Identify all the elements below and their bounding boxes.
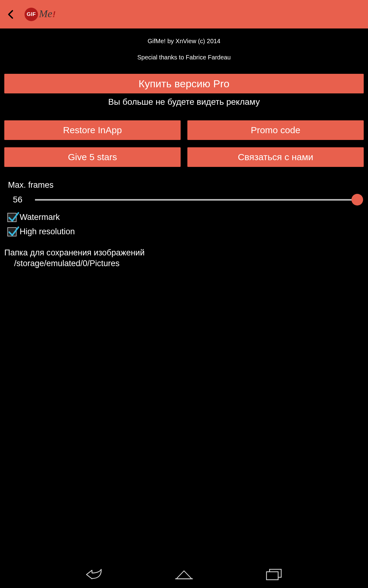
contact-us-label: Связаться с нами — [238, 152, 313, 162]
app-logo: GIF Me ! — [25, 8, 56, 21]
logo-bang-text: ! — [52, 9, 55, 19]
watermark-row[interactable]: Watermark — [7, 213, 364, 222]
logo-me-text: Me — [39, 8, 52, 20]
nav-home-icon — [174, 568, 194, 581]
slider-thumb[interactable] — [351, 194, 363, 205]
high-resolution-checkbox[interactable] — [7, 227, 17, 236]
watermark-checkbox[interactable] — [7, 213, 17, 222]
chevron-left-icon — [6, 9, 17, 20]
save-folder-path[interactable]: /storage/emulated/0/Pictures — [14, 259, 364, 268]
logo-gif-text: GIF — [27, 11, 36, 17]
nav-back-icon — [85, 568, 103, 581]
contact-us-button[interactable]: Связаться с нами — [187, 147, 364, 167]
back-button[interactable] — [6, 9, 17, 20]
restore-inapp-label: Restore InApp — [63, 125, 122, 135]
give-five-stars-label: Give 5 stars — [68, 152, 117, 162]
max-frames-value: 56 — [13, 195, 35, 205]
buy-pro-button[interactable]: Купить версию Pro — [4, 74, 364, 93]
logo-circle-icon: GIF — [25, 8, 38, 21]
nav-home-button[interactable] — [173, 567, 195, 582]
nav-recent-button[interactable] — [263, 567, 285, 582]
about-copyright-text: GifMe! by XnView (c) 2014 — [4, 38, 364, 45]
high-resolution-row[interactable]: High resolution — [7, 227, 364, 236]
watermark-label: Watermark — [20, 213, 60, 222]
max-frames-label: Max. frames — [8, 180, 364, 190]
give-five-stars-button[interactable]: Give 5 stars — [4, 147, 181, 167]
button-grid: Restore InApp Promo code Give 5 stars Св… — [4, 120, 364, 167]
promo-code-label: Promo code — [251, 125, 301, 135]
restore-inapp-button[interactable]: Restore InApp — [4, 120, 181, 140]
buy-pro-label: Купить версию Pro — [139, 78, 229, 90]
no-ads-text: Вы больше не будете видеть рекламу — [4, 97, 364, 107]
nav-recent-icon — [266, 568, 282, 581]
checkmark-icon — [7, 211, 20, 223]
navigation-bar — [0, 561, 368, 588]
app-header: GIF Me ! — [0, 0, 368, 28]
high-resolution-label: High resolution — [20, 227, 75, 236]
checkmark-icon — [7, 225, 20, 238]
slider-track — [35, 199, 358, 201]
nav-back-button[interactable] — [83, 567, 105, 582]
save-folder-label: Папка для сохранения изображений — [4, 248, 364, 258]
content-area: GifMe! by XnView (c) 2014 Special thanks… — [0, 38, 368, 268]
max-frames-slider[interactable] — [35, 194, 358, 205]
max-frames-slider-row: 56 — [4, 194, 364, 205]
svg-rect-2 — [266, 572, 278, 580]
promo-code-button[interactable]: Promo code — [187, 120, 364, 140]
about-thanks-text: Special thanks to Fabrice Fardeau — [4, 54, 364, 61]
